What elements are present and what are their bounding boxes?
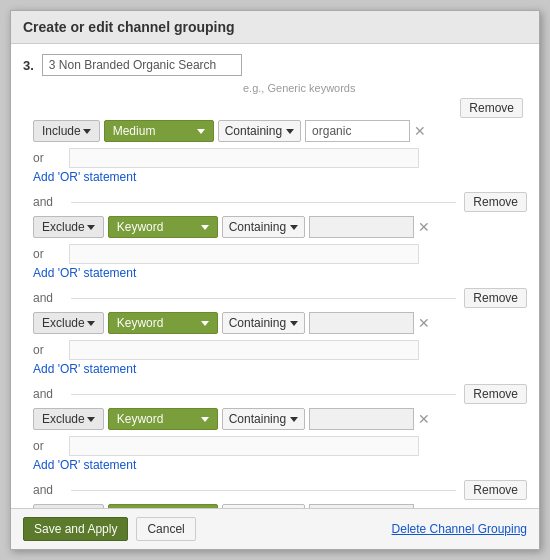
clear-icon-1[interactable]: ✕ (418, 219, 430, 235)
condition-caret-icon-3 (290, 417, 298, 422)
value-input-3[interactable] (309, 408, 414, 430)
condition-row-1: Exclude Keyword Containing ✕ (23, 216, 527, 238)
and-label-3: and (23, 387, 63, 401)
channel-name-input[interactable] (42, 54, 242, 76)
or-input-2[interactable] (69, 340, 419, 360)
or-row-3: or (23, 434, 527, 458)
include-exclude-btn-3[interactable]: Exclude (33, 408, 104, 430)
remove-button-1[interactable]: Remove (464, 192, 527, 212)
field-dropdown-2[interactable]: Keyword (108, 312, 218, 334)
or-row-2: or (23, 338, 527, 362)
condition-row-0: Include Medium Containing ✕ (23, 120, 527, 142)
remove-button-top[interactable]: Remove (460, 98, 523, 118)
field-caret-icon-3 (201, 417, 209, 422)
and-label-1: and (23, 195, 63, 209)
and-row-2: and Remove (23, 284, 527, 312)
clear-icon-0[interactable]: ✕ (414, 123, 426, 139)
modal-dialog: Create or edit channel grouping 3. e.g.,… (10, 10, 540, 550)
include-caret-icon (83, 129, 91, 134)
add-or-link-3[interactable]: Add 'OR' statement (23, 458, 527, 472)
placeholder-hint: e.g., Generic keywords (243, 82, 527, 94)
value-input-1[interactable] (309, 216, 414, 238)
or-label-3: or (33, 439, 63, 453)
condition-caret-icon-1 (290, 225, 298, 230)
include-caret-icon-2 (87, 321, 95, 326)
and-row-4: and Remove (23, 476, 527, 504)
or-label-0: or (33, 151, 63, 165)
or-input-1[interactable] (69, 244, 419, 264)
and-line-3 (71, 394, 456, 395)
include-caret-icon-1 (87, 225, 95, 230)
condition-dropdown-3[interactable]: Containing (222, 408, 305, 430)
clear-icon-2[interactable]: ✕ (418, 315, 430, 331)
modal-title: Create or edit channel grouping (11, 11, 539, 44)
remove-button-4[interactable]: Remove (464, 480, 527, 500)
rule-block-1: Exclude Keyword Containing ✕ or Add 'OR' (23, 216, 527, 280)
cancel-button[interactable]: Cancel (136, 517, 195, 541)
field-caret-icon-2 (201, 321, 209, 326)
and-line-1 (71, 202, 456, 203)
condition-dropdown-0[interactable]: Containing (218, 120, 301, 142)
field-dropdown-0[interactable]: Medium (104, 120, 214, 142)
condition-dropdown-1[interactable]: Containing (222, 216, 305, 238)
include-exclude-btn-2[interactable]: Exclude (33, 312, 104, 334)
step-number: 3. (23, 58, 34, 73)
save-button[interactable]: Save and Apply (23, 517, 128, 541)
or-row-1: or (23, 242, 527, 266)
modal-footer: Save and Apply Cancel Delete Channel Gro… (11, 508, 539, 549)
field-caret-icon-1 (201, 225, 209, 230)
condition-caret-icon-2 (290, 321, 298, 326)
value-input-0[interactable] (305, 120, 410, 142)
field-dropdown-3[interactable]: Keyword (108, 408, 218, 430)
condition-dropdown-2[interactable]: Containing (222, 312, 305, 334)
and-label-4: and (23, 483, 63, 497)
and-line-4 (71, 490, 456, 491)
include-exclude-btn-0[interactable]: Include (33, 120, 100, 142)
and-row-1: and Remove (23, 188, 527, 216)
include-caret-icon-3 (87, 417, 95, 422)
modal-body: 3. e.g., Generic keywords Remove Include… (11, 44, 539, 508)
section-header: 3. (23, 54, 527, 76)
or-input-3[interactable] (69, 436, 419, 456)
or-label-2: or (33, 343, 63, 357)
rule-block-0: Include Medium Containing ✕ or Add 'OR' … (23, 120, 527, 184)
and-row-3: and Remove (23, 380, 527, 408)
add-or-link-0[interactable]: Add 'OR' statement (23, 170, 527, 184)
clear-icon-3[interactable]: ✕ (418, 411, 430, 427)
footer-left: Save and Apply Cancel (23, 517, 196, 541)
or-input-0[interactable] (69, 148, 419, 168)
add-or-link-1[interactable]: Add 'OR' statement (23, 266, 527, 280)
field-dropdown-1[interactable]: Keyword (108, 216, 218, 238)
delete-button[interactable]: Delete Channel Grouping (392, 522, 527, 536)
include-exclude-btn-1[interactable]: Exclude (33, 216, 104, 238)
remove-button-2[interactable]: Remove (464, 288, 527, 308)
or-label-1: or (33, 247, 63, 261)
condition-row-3: Exclude Keyword Containing ✕ (23, 408, 527, 430)
and-label-2: and (23, 291, 63, 305)
top-remove-row: Remove (23, 98, 527, 118)
condition-caret-icon-0 (286, 129, 294, 134)
add-or-link-2[interactable]: Add 'OR' statement (23, 362, 527, 376)
or-row-0: or (23, 146, 527, 170)
and-line-2 (71, 298, 456, 299)
rule-block-2: Exclude Keyword Containing ✕ or Add 'OR' (23, 312, 527, 376)
remove-button-3[interactable]: Remove (464, 384, 527, 404)
rule-block-3: Exclude Keyword Containing ✕ or Add 'OR' (23, 408, 527, 472)
field-caret-icon-0 (197, 129, 205, 134)
condition-row-2: Exclude Keyword Containing ✕ (23, 312, 527, 334)
value-input-2[interactable] (309, 312, 414, 334)
